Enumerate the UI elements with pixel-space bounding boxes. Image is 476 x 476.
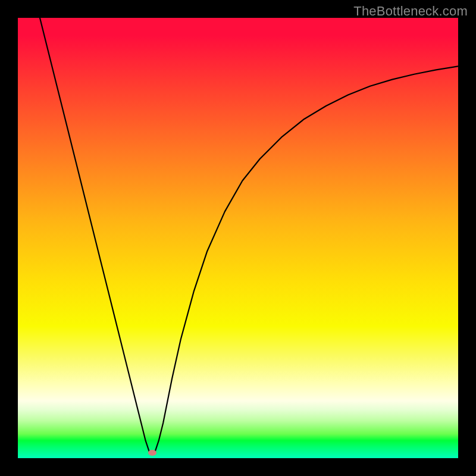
chart-frame: TheBottleneck.com [0,0,476,476]
optimal-marker-icon [148,450,156,456]
bottleneck-curve [18,18,458,458]
plot-area [18,18,458,458]
watermark-text: TheBottleneck.com [353,4,468,19]
